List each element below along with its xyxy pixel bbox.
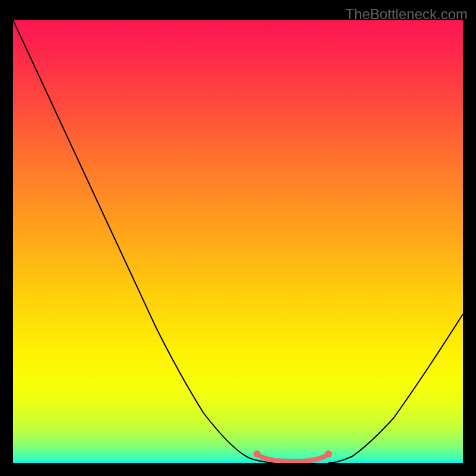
right-curve [328,314,463,463]
bottom-segment [257,454,328,461]
chart-plot-area [13,20,463,463]
segment-dot-left [253,450,261,458]
segment-dot-right [325,450,332,458]
chart-svg [13,20,463,463]
watermark-text: TheBottleneck.com [346,6,468,23]
left-curve [13,20,275,463]
